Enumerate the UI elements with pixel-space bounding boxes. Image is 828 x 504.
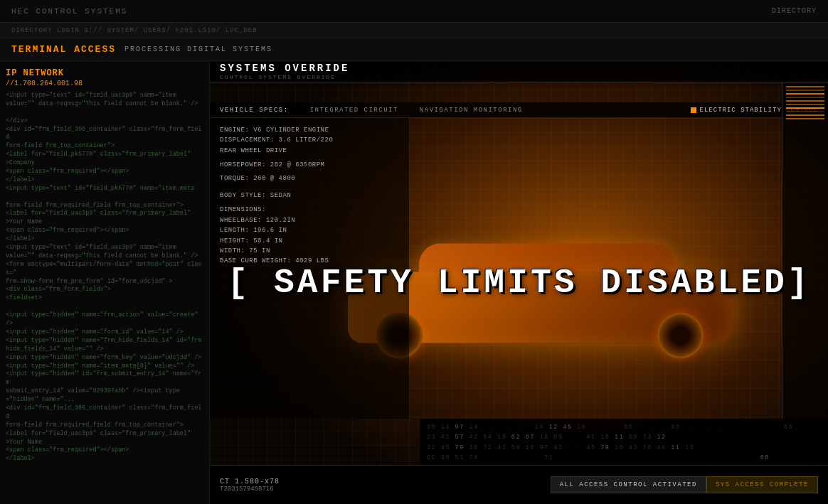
side-line-10 [786, 118, 824, 119]
side-line-5 [786, 100, 824, 102]
right-top-bar: SYSTEMS OVERRIDE CONTROL SYSTEMS OVERRID… [210, 61, 828, 82]
bottom-bar: CT 1.580-x78 T2031579458716 ALL ACCESS C… [210, 465, 828, 504]
access-status: ALL ACCESS CONTROL ACTIVATED SYS ACCESS … [551, 476, 818, 493]
specs-nav-bar: VEHICLE SPECS: INTEGRATED CIRCUIT NAVIGA… [210, 102, 828, 118]
right-side-panel [782, 82, 828, 419]
side-line-2 [786, 90, 824, 91]
ip-network-label: IP NETWORK [6, 68, 203, 78]
spec-dimensions: DIMENSIONS: [220, 205, 399, 215]
side-line-6 [786, 104, 824, 105]
sys-access-complete-button[interactable]: SYS ACCESS COMPLETE [706, 476, 818, 493]
safety-limits-text: [ SAFETY LIMITS DISABLED] [227, 264, 810, 302]
electric-dot-icon [691, 107, 696, 113]
scroll-row-2: 23 41 57 42 54 19 62 87 18 09 41 18 11 0… [427, 432, 821, 442]
terminal-header: TERMINAL ACCESS PROCESSING DIGITAL SYSTE… [0, 38, 828, 61]
spec-drive: REAR WHEEL DRIVE [220, 146, 399, 156]
spec-horsepower: HORSEPOWER: 282 @ 6350RPM [220, 160, 399, 170]
processing-label: PROCESSING DIGITAL SYSTEMS [124, 45, 272, 53]
spec-width: WIDTH: 75 IN [220, 246, 399, 256]
app-title: HEC CONTROL SYSTEMS [11, 7, 127, 16]
directory-bar: DIRECTORY LOGIN G:// SYSTEM/ USERS/ F201… [0, 23, 828, 38]
access-control-button[interactable]: ALL ACCESS CONTROL ACTIVATED [551, 476, 706, 493]
spec-wheelbase: WHEELBASE: 120.2IN [220, 215, 399, 225]
terminal-access-label: TERMINAL ACCESS [11, 44, 116, 55]
side-line-7 [786, 107, 824, 109]
systems-override-subtitle: CONTROL SYSTEMS OVERRIDE [220, 74, 349, 80]
safety-limits-overlay: [ SAFETY LIMITS DISABLED] [227, 264, 810, 302]
spec-torque: TORQUE: 260 @ 4800 [220, 173, 399, 183]
side-line-4 [786, 97, 824, 98]
scroll-row-1: 30 11 97 14 14 12 45 19 55 03 08 [427, 422, 821, 432]
code-block: <input type="text" id="field_uac3p9" nam… [6, 92, 203, 463]
scroll-row-4: OC 98 51 74 71 08 [427, 453, 821, 463]
systems-title-area: SYSTEMS OVERRIDE CONTROL SYSTEMS OVERRID… [220, 63, 349, 80]
ct-code: CT 1.580-x78 [220, 478, 280, 486]
spec-engine: ENGINE: V6 CYLINDER ENGINE [220, 125, 399, 135]
side-line-9 [786, 114, 824, 116]
nav-navigation-monitoring[interactable]: NAVIGATION MONITORING [420, 107, 523, 114]
directory-label: DIRECTORY [772, 7, 817, 15]
top-bar: HEC CONTROL SYSTEMS DIRECTORY [0, 0, 828, 23]
side-line-8 [786, 111, 824, 112]
ct-number: T2031579458716 [220, 486, 280, 493]
nav-vehicle-specs[interactable]: VEHICLE SPECS: [220, 107, 289, 114]
main-content: IP NETWORK //1.708.264.001.98 <input typ… [0, 61, 828, 504]
ct-info: CT 1.580-x78 T2031579458716 [220, 478, 280, 493]
ip-address: //1.708.264.001.98 [6, 80, 203, 87]
spec-body-style: BODY STYLE: SEDAN [220, 191, 399, 200]
nav-integrated-circuit[interactable]: INTEGRATED CIRCUIT [310, 107, 398, 114]
directory-path: DIRECTORY LOGIN G:// SYSTEM/ USERS/ F201… [11, 27, 258, 34]
left-panel: IP NETWORK //1.708.264.001.98 <input typ… [0, 61, 210, 504]
side-line-3 [786, 93, 824, 95]
spec-height: HEIGHT: 58.4 IN [220, 236, 399, 246]
side-line-1 [786, 86, 824, 87]
right-panel: SYSTEMS OVERRIDE CONTROL SYSTEMS OVERRID… [210, 61, 828, 504]
systems-override-title: SYSTEMS OVERRIDE [220, 63, 349, 74]
spec-length: LENGTH: 196.6 IN [220, 225, 399, 235]
scroll-row-3: 32 45 79 38 72 43 58 19 97 43 45 79 10 4… [427, 443, 821, 453]
spec-displacement: DISPLACEMENT: 3.6 LITER/220 [220, 135, 399, 145]
car-wheel-right [657, 312, 704, 358]
